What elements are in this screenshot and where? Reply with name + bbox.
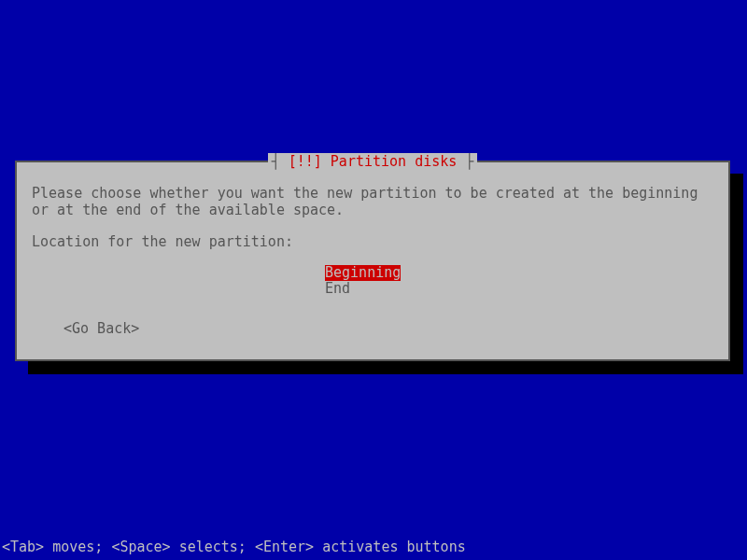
dialog-title: ┤ [!!] Partition disks ├ bbox=[268, 153, 478, 170]
partition-location-options: Beginning End bbox=[32, 265, 713, 298]
title-text: Partition disks bbox=[322, 153, 466, 170]
dialog-title-row: ┤ [!!] Partition disks ├ bbox=[17, 153, 728, 170]
dialog-prompt: Location for the new partition: bbox=[32, 233, 713, 250]
option-end[interactable]: End bbox=[325, 281, 350, 297]
title-bracket-left: ┤ bbox=[272, 153, 289, 170]
title-importance-mark: [!!] bbox=[289, 153, 322, 170]
title-bracket-right: ├ bbox=[465, 153, 473, 170]
dialog-content: Please choose whether you want the new p… bbox=[17, 162, 728, 352]
title-label: Partition disks bbox=[331, 153, 457, 170]
keyboard-hints: <Tab> moves; <Space> selects; <Enter> ac… bbox=[0, 539, 468, 555]
go-back-button[interactable]: <Go Back> bbox=[63, 320, 713, 337]
dialog-description: Please choose whether you want the new p… bbox=[32, 185, 713, 218]
partition-dialog: ┤ [!!] Partition disks ├ Please choose w… bbox=[15, 161, 730, 361]
option-beginning[interactable]: Beginning bbox=[325, 265, 401, 281]
